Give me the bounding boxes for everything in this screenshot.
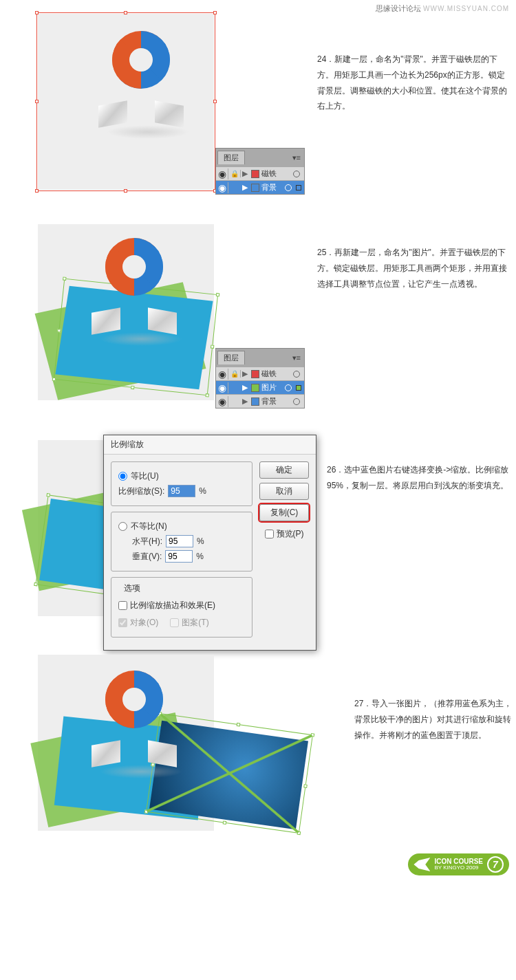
- cancel-button[interactable]: 取消: [259, 483, 309, 500]
- dialog-title: 比例缩放: [104, 435, 316, 455]
- step-24: 图层 ▾≡ ◉ 🔒 ▶ 磁铁 ◉ ▶ 背景 24．新建一层，命: [38, 14, 516, 190]
- step-26-text: 26．选中蓝色图片右键选择变换->缩放。比例缩放95%，复制一层。将原层用白到浅…: [327, 462, 516, 494]
- vert-input[interactable]: [165, 550, 193, 563]
- layer-magnet[interactable]: ◉ 🔒 ▶ 磁铁: [216, 166, 304, 180]
- visibility-icon[interactable]: ◉: [216, 168, 228, 179]
- preview-check[interactable]: 预览(P): [265, 528, 304, 540]
- magnet-icon: [86, 667, 182, 784]
- magnet-icon: [93, 28, 189, 144]
- header-en: WWW.MISSYUAN.COM: [423, 5, 509, 12]
- objects-check: 对象(O): [118, 617, 158, 629]
- step-25-text: 25．再新建一层，命名为"图片"。并置于磁铁层的下方。锁定磁铁层。用矩形工具画两…: [317, 245, 510, 292]
- step-25: 图层 ▾≡ ◉🔒▶ 磁铁 ◉▶ 图片 ◉▶ 背景 25．再新建一层，命名为"图片…: [38, 224, 516, 400]
- preview-26: 比例缩放 等比(U) 比例缩放(S):% 不等比(N) 水平(H):% 垂直(V…: [38, 435, 316, 620]
- step-27: 27．导入一张图片，（推荐用蓝色系为主，背景比较干净的图片）对其进行缩放和旋转操…: [38, 655, 516, 831]
- step-24-text: 24．新建一层，命名为"背景"。并置于磁铁层的下方。用矩形工具画一个边长为256…: [317, 52, 510, 114]
- layer-label: 磁铁: [261, 168, 277, 179]
- visibility-icon[interactable]: ◉: [216, 182, 228, 193]
- scale-dialog[interactable]: 比例缩放 等比(U) 比例缩放(S):% 不等比(N) 水平(H):% 垂直(V…: [103, 435, 316, 651]
- patterns-check: 图案(T): [170, 617, 208, 629]
- preview-27: [38, 655, 313, 831]
- step-26: 比例缩放 等比(U) 比例缩放(S):% 不等比(N) 水平(H):% 垂直(V…: [38, 435, 516, 620]
- footer-badge: ICON COURSE BY KINGYO 2009 7: [408, 853, 509, 875]
- step-27-text: 27．导入一张图片，（推荐用蓝色系为主，背景比较干净的图片）对其进行缩放和旋转操…: [354, 696, 516, 743]
- header-cn: 思缘设计论坛: [376, 4, 421, 12]
- layer-label: 背景: [261, 182, 277, 193]
- layer-magnet[interactable]: ◉🔒▶ 磁铁: [216, 367, 304, 380]
- layer-background[interactable]: ◉ ▶ 背景: [216, 180, 304, 194]
- layers-panel-25[interactable]: 图层 ▾≡ ◉🔒▶ 磁铁 ◉▶ 图片 ◉▶ 背景: [215, 348, 305, 409]
- preview-25: 图层 ▾≡ ◉🔒▶ 磁铁 ◉▶ 图片 ◉▶ 背景: [38, 224, 214, 400]
- layer-image[interactable]: ◉▶ 图片: [216, 380, 304, 394]
- ok-button[interactable]: 确定: [259, 461, 309, 479]
- lock-icon[interactable]: 🔒: [228, 170, 241, 177]
- uniform-radio[interactable]: 等比(U): [118, 470, 245, 482]
- tab-layers[interactable]: 图层: [217, 151, 245, 164]
- magnet-icon: [86, 235, 182, 351]
- layers-panel-24[interactable]: 图层 ▾≡ ◉ 🔒 ▶ 磁铁 ◉ ▶ 背景: [215, 148, 305, 195]
- nonuniform-radio[interactable]: 不等比(N): [118, 521, 245, 532]
- tab-layers[interactable]: 图层: [217, 351, 245, 364]
- scale-strokes-check[interactable]: 比例缩放描边和效果(E): [118, 600, 245, 611]
- preview-24: 图层 ▾≡ ◉ 🔒 ▶ 磁铁 ◉ ▶ 背景: [38, 14, 214, 190]
- bird-icon: [413, 858, 430, 871]
- page-header: 思缘设计论坛 WWW.MISSYUAN.COM: [376, 3, 509, 14]
- copy-button[interactable]: 复制(C): [259, 504, 309, 521]
- panel-menu-icon[interactable]: ▾≡: [292, 353, 301, 362]
- panel-menu-icon[interactable]: ▾≡: [292, 153, 301, 162]
- scale-input[interactable]: [168, 485, 195, 497]
- horiz-input[interactable]: [166, 535, 193, 547]
- layers-tab: 图层 ▾≡: [216, 149, 304, 166]
- layer-background[interactable]: ◉▶ 背景: [216, 394, 304, 408]
- page-number: 7: [487, 856, 504, 873]
- footer-sub: BY KINGYO 2009: [434, 865, 483, 871]
